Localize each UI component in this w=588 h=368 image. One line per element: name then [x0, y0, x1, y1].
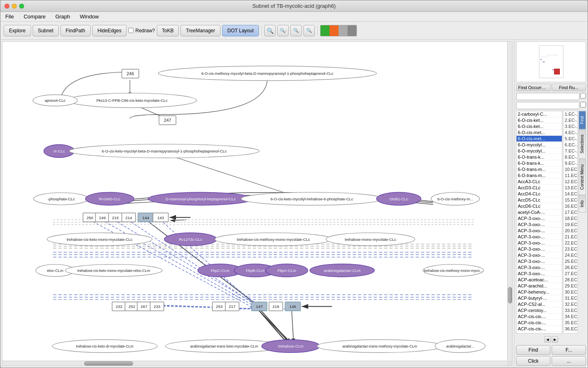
list-num-item[interactable]: 12.EC-... [564, 179, 577, 185]
info-tab[interactable]: Info [579, 195, 586, 213]
click-button[interactable]: Click [516, 356, 550, 366]
list-num-item[interactable]: 1.EC-... [564, 111, 577, 117]
redraw-checkbox-label[interactable]: Redraw? [128, 28, 155, 34]
list-item[interactable]: AccD4-CLc [517, 191, 562, 197]
selections-tab[interactable]: Selections [579, 129, 586, 159]
graph-hscroll[interactable] [2, 361, 507, 366]
list-item[interactable]: 6-O-mycolyl... [517, 142, 562, 148]
list-item[interactable]: ACP-3-oxo-... [517, 240, 562, 246]
minimize-button[interactable] [12, 4, 17, 9]
find-tab[interactable]: Find [579, 111, 586, 129]
find-occurrences-header[interactable]: Find Occurrences... [516, 84, 551, 91]
list-num-item[interactable]: 17.EC-... [564, 209, 577, 215]
list-scroll-left[interactable]: ◀ [544, 336, 551, 343]
list-num-item[interactable]: 36.EC-... [564, 326, 577, 332]
list-item[interactable]: AccD5-CLc [517, 197, 562, 203]
list-item[interactable]: ACP-butyryl-... [517, 295, 562, 301]
rules-list[interactable]: 1.EC-...2.EC-...3.EC-...4.EC-...5.EC-...… [563, 111, 578, 334]
list-num-item[interactable]: 20.EC-... [564, 228, 577, 234]
f-button[interactable]: F... [552, 345, 586, 355]
list-num-item[interactable]: 3.EC-... [564, 123, 577, 130]
color-swatch-orange[interactable] [330, 25, 339, 36]
list-item[interactable]: ACP-3-oxo-... [517, 271, 562, 277]
explore-button[interactable]: Explore [4, 25, 31, 36]
list-item[interactable]: ACP-behenoy... [517, 289, 562, 295]
list-num-item[interactable]: 16.EC-... [564, 203, 577, 209]
menu-file[interactable]: File [4, 13, 16, 20]
list-item[interactable]: ACP-cerotoy... [517, 307, 562, 314]
list-item[interactable]: 6-O-trans-k... [517, 160, 562, 166]
graph-vscroll[interactable] [507, 42, 512, 361]
find-button[interactable]: Find [516, 345, 550, 355]
list-item[interactable]: 6-O-trans-k... [517, 154, 562, 160]
list-num-item[interactable]: 29.EC-... [564, 283, 577, 289]
list-item[interactable]: 6-O-cis-met... [517, 130, 562, 136]
list-num-item[interactable]: 28.EC-... [564, 277, 577, 283]
list-item[interactable]: AccD3-CLc [517, 185, 562, 191]
treemanager-button[interactable]: TreeManager [180, 25, 220, 36]
context-menu-tab[interactable]: Context Menu [579, 159, 586, 195]
color-swatch-gray1[interactable] [339, 25, 347, 36]
find-rules-checkbox[interactable] [580, 102, 586, 108]
list-num-item[interactable]: 2.EC-... [564, 117, 577, 123]
list-num-item[interactable]: 5.EC-... [564, 136, 577, 142]
list-num-item[interactable]: 13.EC-... [564, 185, 577, 191]
list-num-item[interactable]: 37.EC-... [564, 332, 577, 334]
list-num-item[interactable]: 11.EC-... [564, 173, 577, 179]
list-num-item[interactable]: 10.EC-... [564, 166, 577, 173]
list-item[interactable]: AccD6-CLc [517, 203, 562, 209]
dotlayout-button[interactable]: DOT Layout [222, 25, 259, 36]
find-rules-header[interactable]: Find Ru... [552, 84, 586, 91]
maximize-button[interactable] [19, 4, 24, 9]
zoom-fit-button[interactable]: 🔍 [290, 25, 302, 36]
graph-area[interactable]: 246 247 6-O-cis-methoxy-mycolyl-beta-D-m… [2, 41, 512, 366]
list-item[interactable]: 2-carboxyl-C... [517, 111, 562, 117]
tokb-button[interactable]: ToKB [157, 25, 179, 36]
occurrences-list[interactable]: 2-carboxyl-C...6-O-cis-ket...6-O-cis-ket… [516, 111, 562, 334]
list-item[interactable]: ACP-3-oxo-... [517, 228, 562, 234]
list-item[interactable]: 6-O-cis-ket... [517, 117, 562, 123]
list-item[interactable]: 6-O-trans-m... [517, 173, 562, 179]
list-num-item[interactable]: 34.EC-... [564, 314, 577, 320]
close-button[interactable] [4, 4, 9, 9]
vscroll-thumb[interactable] [508, 287, 512, 303]
list-item[interactable]: ACP-3-oxo-... [517, 265, 562, 271]
find-rules-input[interactable] [516, 102, 579, 109]
list-item[interactable]: ACP-3-oxo-... [517, 246, 562, 252]
list-num-item[interactable]: 21.EC-... [564, 234, 577, 240]
list-num-item[interactable]: 7.EC-... [564, 148, 577, 154]
zoom-reset-button[interactable]: 🔍 [303, 25, 315, 36]
list-scroll-right[interactable]: ▶ [552, 336, 558, 343]
list-num-item[interactable]: 9.EC-... [564, 160, 577, 166]
menu-graph[interactable]: Graph [53, 13, 71, 20]
list-num-item[interactable]: 31.EC-... [564, 295, 577, 301]
list-num-item[interactable]: 8.EC-... [564, 154, 577, 160]
list-item[interactable]: ACP-cis-cis-... [517, 326, 562, 332]
dots-button[interactable]: ... [552, 356, 586, 366]
redraw-checkbox[interactable] [128, 28, 134, 33]
list-item[interactable]: ACP-cis-cis-... [517, 314, 562, 320]
list-item[interactable]: ACP-3-oxo-... [517, 258, 562, 265]
list-num-item[interactable]: 4.EC-... [564, 130, 577, 136]
list-item[interactable]: acetyl-CoA-... [517, 209, 562, 215]
list-item[interactable]: ACP-C52-al... [517, 301, 562, 307]
list-num-item[interactable]: 22.EC-... [564, 240, 577, 246]
color-swatch-gray2[interactable] [347, 25, 356, 36]
menu-window[interactable]: Window [78, 13, 100, 20]
list-item[interactable]: ACP-arachid... [517, 283, 562, 289]
find-occurrences-checkbox[interactable] [580, 93, 586, 99]
list-item[interactable]: 6-O-trans-m... [517, 166, 562, 173]
list-num-item[interactable]: 15.EC-... [564, 197, 577, 203]
list-num-item[interactable]: 32.EC-... [564, 301, 577, 307]
list-item[interactable]: ACP-3-oxo-... [517, 252, 562, 258]
color-swatch-green[interactable] [321, 25, 330, 36]
list-item[interactable]: ACP-acetoac... [517, 277, 562, 283]
find-occurrences-input[interactable] [516, 93, 579, 100]
list-num-item[interactable]: 33.EC-... [564, 307, 577, 314]
findpath-button[interactable]: FindPath [60, 25, 91, 36]
list-item[interactable]: 6-O-cis-met... [517, 136, 562, 142]
list-item[interactable]: 6-O-cis-ket... [517, 123, 562, 130]
list-item[interactable]: AccA3-CLc [517, 179, 562, 185]
list-item[interactable]: ACP-3-oxo-... [517, 215, 562, 222]
list-num-item[interactable]: 35.EC-... [564, 320, 577, 326]
